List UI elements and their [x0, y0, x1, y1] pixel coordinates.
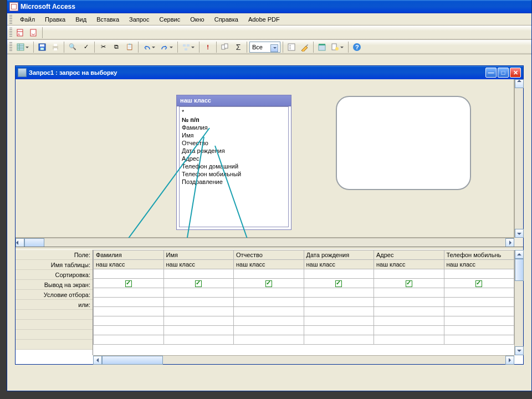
menu-adobepdf[interactable]: Adobe PDF: [244, 14, 284, 24]
scroll-left-icon[interactable]: [93, 356, 102, 365]
print-button[interactable]: [49, 41, 62, 53]
svg-rect-8: [54, 44, 57, 46]
qbe-table-cell[interactable]: наш класс: [163, 260, 234, 269]
pdf-mail-icon[interactable]: [28, 27, 40, 39]
toolbar-grip-icon[interactable]: [9, 42, 12, 52]
properties-button[interactable]: [285, 41, 298, 53]
field-item[interactable]: Отчество: [182, 139, 286, 147]
menu-view[interactable]: Вид: [71, 14, 91, 24]
scroll-right-icon[interactable]: [505, 238, 514, 247]
qbe-table-cell[interactable]: наш класс: [444, 260, 514, 269]
qbe-field-cell[interactable]: Дата рождения: [304, 250, 374, 260]
close-button[interactable]: ✕: [510, 68, 521, 78]
querytype-button[interactable]: [180, 41, 197, 53]
qbe-table-cell[interactable]: наш класс: [234, 260, 304, 269]
scroll-thumb[interactable]: [515, 259, 524, 281]
redo-button[interactable]: [158, 41, 175, 53]
help-button[interactable]: ?: [351, 41, 363, 53]
qbe-grid[interactable]: Фамилия Имя Отчество Дата рождения Адрес…: [93, 250, 514, 355]
checkbox-icon[interactable]: [335, 280, 342, 287]
field-item[interactable]: Поздравление: [182, 178, 286, 186]
horizontal-scrollbar[interactable]: [16, 238, 514, 247]
horizontal-scrollbar[interactable]: [93, 355, 514, 364]
maximize-button[interactable]: □: [498, 68, 509, 78]
scroll-right-icon[interactable]: [505, 356, 514, 365]
vertical-scrollbar[interactable]: [514, 250, 523, 355]
toolbar-grip-icon[interactable]: [9, 15, 12, 24]
print-preview-button[interactable]: 🔍: [66, 41, 79, 53]
pdf-export-icon[interactable]: A: [14, 27, 27, 39]
copy-button[interactable]: ⧉: [110, 41, 122, 53]
qbe-field-cell[interactable]: Отчество: [234, 250, 304, 260]
menu-file[interactable]: Файл: [16, 14, 39, 24]
qbe-field-cell[interactable]: Адрес: [374, 250, 444, 260]
scroll-down-icon[interactable]: [515, 346, 524, 355]
checkbox-icon[interactable]: [475, 280, 482, 287]
menu-query[interactable]: Запрос: [125, 14, 154, 24]
scroll-up-icon[interactable]: [515, 250, 524, 259]
separator: [247, 42, 247, 53]
field-item[interactable]: № п/п: [182, 116, 286, 124]
totals-button[interactable]: Σ: [232, 41, 244, 53]
spellcheck-button[interactable]: ✓: [80, 41, 92, 53]
qbe-sort-cell[interactable]: [94, 269, 164, 279]
qbe-field-cell[interactable]: Имя: [163, 250, 234, 260]
database-window-button[interactable]: [316, 41, 328, 53]
toolbar-grip-icon[interactable]: [9, 28, 12, 38]
qbe-criteria-cell[interactable]: [94, 288, 164, 298]
qbe-table-cell[interactable]: наш класс: [304, 260, 374, 269]
field-item[interactable]: Телефон мобильный: [182, 170, 286, 178]
qbe-show-cell[interactable]: [304, 279, 374, 288]
checkbox-icon[interactable]: [406, 280, 412, 287]
qbe-show-cell[interactable]: [374, 279, 444, 288]
vertical-scrollbar[interactable]: [514, 79, 523, 238]
qbe-show-cell[interactable]: [94, 279, 164, 288]
field-item[interactable]: Дата рождения: [182, 147, 286, 155]
topvalues-combo[interactable]: Все: [249, 42, 280, 53]
menu-window[interactable]: Окно: [186, 14, 209, 24]
cut-button[interactable]: ✂: [97, 41, 109, 53]
main-toolbar: 🔍 ✓ ✂ ⧉ 📋 ! Σ Все ?: [7, 40, 531, 54]
checkbox-icon[interactable]: [125, 280, 132, 287]
build-button[interactable]: [299, 41, 311, 53]
scroll-thumb[interactable]: [24, 238, 44, 247]
checkbox-icon[interactable]: [265, 280, 272, 287]
scroll-up-icon[interactable]: [515, 79, 524, 88]
field-item[interactable]: *: [182, 108, 286, 116]
showtable-button[interactable]: [219, 41, 231, 53]
table-fieldlist[interactable]: наш класс * № п/п Фамилия Имя Отчество Д…: [176, 95, 291, 230]
qbe-field-cell[interactable]: Фамилия: [94, 250, 164, 260]
scroll-down-icon[interactable]: [515, 229, 524, 238]
undo-button[interactable]: [141, 41, 157, 53]
scroll-left-icon[interactable]: [16, 238, 24, 247]
qbe-show-cell[interactable]: [444, 279, 514, 288]
minimize-button[interactable]: —: [485, 68, 497, 78]
field-item[interactable]: Имя: [182, 131, 286, 139]
separator: [33, 42, 34, 53]
view-button[interactable]: [14, 41, 31, 53]
menu-help[interactable]: Справка: [210, 14, 243, 24]
qbe-or-cell[interactable]: [94, 298, 164, 307]
run-button[interactable]: !: [202, 41, 214, 53]
qbe-show-cell[interactable]: [234, 279, 304, 288]
qbe-table-cell[interactable]: наш класс: [94, 260, 164, 269]
scroll-thumb[interactable]: [102, 356, 163, 365]
qbe-table-cell[interactable]: наш класс: [374, 260, 444, 269]
table-relation-pane[interactable]: наш класс * № п/п Фамилия Имя Отчество Д…: [16, 79, 523, 247]
field-item[interactable]: Фамилия: [182, 124, 286, 131]
subwindow-titlebar[interactable]: Запрос1 : запрос на выборку — □ ✕: [16, 66, 523, 79]
checkbox-icon[interactable]: [195, 280, 202, 287]
qbe-field-cell[interactable]: Телефон мобильнь: [444, 250, 514, 260]
qbe-show-cell[interactable]: [163, 279, 234, 288]
menu-insert[interactable]: Вставка: [92, 14, 124, 24]
field-item[interactable]: Телефон домашний: [182, 162, 286, 170]
qbe-row-labels: Поле: Имя таблицы: Сортировка: Вывод на …: [16, 250, 93, 355]
save-button[interactable]: [36, 41, 48, 53]
menu-edit[interactable]: Правка: [40, 14, 70, 24]
new-object-button[interactable]: [329, 41, 346, 53]
svg-point-19: [335, 47, 339, 50]
field-item[interactable]: Адрес: [182, 155, 286, 162]
separator: [42, 27, 43, 38]
paste-button[interactable]: 📋: [124, 41, 136, 53]
menu-tools[interactable]: Сервис: [155, 14, 185, 24]
